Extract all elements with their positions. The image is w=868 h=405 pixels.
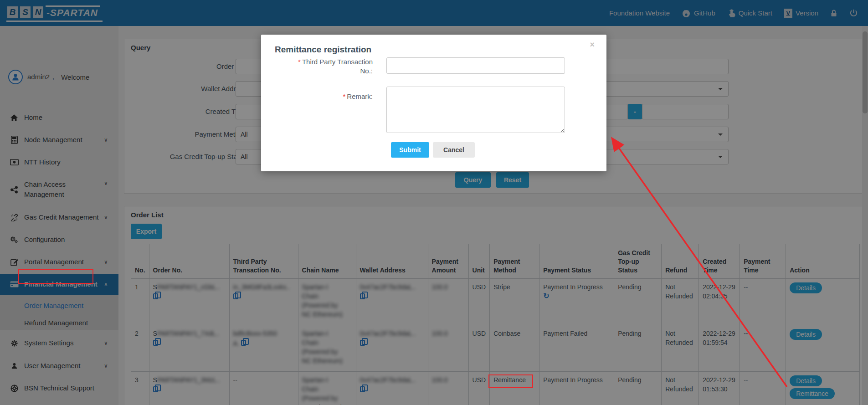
cancel-button[interactable]: Cancel xyxy=(433,142,475,158)
third-party-transaction-label: *Third Party Transaction No.: xyxy=(261,57,373,76)
remark-textarea[interactable] xyxy=(386,87,565,133)
third-party-transaction-input[interactable] xyxy=(386,57,565,74)
bsn-spartan-portal: B S N -SPARTAN Foundation Website GitHub… xyxy=(0,0,868,405)
close-icon[interactable]: × xyxy=(590,40,595,50)
remark-label: *Remark: xyxy=(261,92,373,101)
modal-title: Remittance registration xyxy=(275,45,371,55)
remittance-registration-modal: Remittance registration × *Third Party T… xyxy=(261,35,606,171)
submit-button[interactable]: Submit xyxy=(391,142,429,158)
